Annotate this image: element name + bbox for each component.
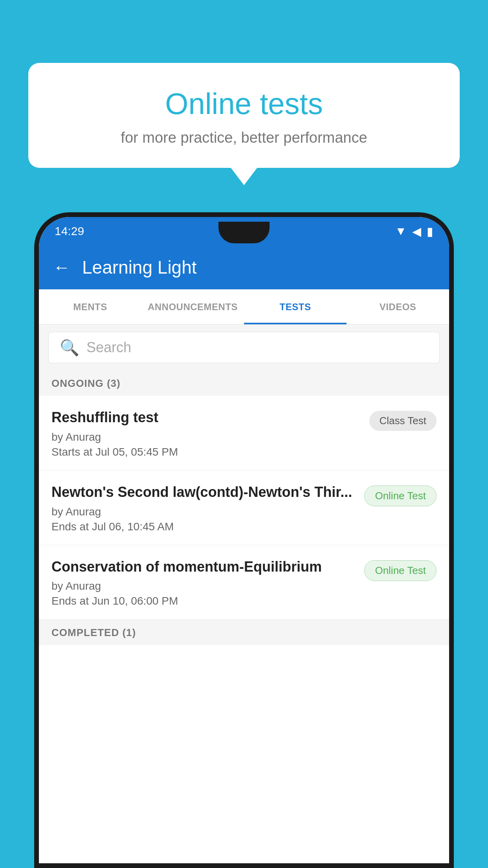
search-container: 🔍 Search [39,325,449,370]
app-bar: ← Learning Light [39,245,449,289]
signal-icon: ◀ [412,224,421,238]
test-time-2: Ends at Jul 06, 10:45 AM [51,520,356,533]
test-info-2: Newton's Second law(contd)-Newton's Thir… [51,483,356,533]
test-item-1[interactable]: Reshuffling test by Anurag Starts at Jul… [39,396,449,471]
search-input[interactable]: Search [86,339,131,356]
test-item-2[interactable]: Newton's Second law(contd)-Newton's Thir… [39,471,449,545]
test-by-2: by Anurag [51,506,356,518]
tabs-bar: MENTS ANNOUNCEMENTS TESTS VIDEOS [39,289,449,325]
test-title-1: Reshuffling test [51,408,361,427]
back-button[interactable]: ← [53,257,70,277]
test-badge-3: Online Test [364,560,437,581]
completed-section-header: COMPLETED (1) [39,620,449,645]
test-by-3: by Anurag [51,580,356,592]
test-info-3: Conservation of momentum-Equilibrium by … [51,558,356,608]
phone-frame: 14:29 ▼ ◀ ▮ ← Learning Light MENTS ANNOU… [34,212,454,868]
test-by-1: by Anurag [51,431,361,443]
test-badge-1: Class Test [369,411,437,431]
test-item-3[interactable]: Conservation of momentum-Equilibrium by … [39,545,449,620]
status-time: 14:29 [55,224,84,238]
test-info-1: Reshuffling test by Anurag Starts at Jul… [51,408,361,458]
tab-announcements[interactable]: ANNOUNCEMENTS [141,289,244,324]
test-time-3: Ends at Jun 10, 06:00 PM [51,595,356,607]
test-title-3: Conservation of momentum-Equilibrium [51,558,356,576]
wifi-icon: ▼ [395,224,407,238]
tab-videos[interactable]: VIDEOS [347,289,449,324]
test-badge-2: Online Test [364,485,437,506]
app-bar-title: Learning Light [82,257,197,278]
search-bar[interactable]: 🔍 Search [48,332,440,363]
bubble-subtitle: for more practice, better performance [48,129,440,146]
battery-icon: ▮ [427,224,433,238]
ongoing-section-header: ONGOING (3) [39,370,449,396]
phone-notch [218,222,270,243]
tab-tests[interactable]: TESTS [244,289,347,324]
test-time-1: Starts at Jul 05, 05:45 PM [51,446,361,458]
test-title-2: Newton's Second law(contd)-Newton's Thir… [51,483,356,502]
phone-inner: 14:29 ▼ ◀ ▮ ← Learning Light MENTS ANNOU… [39,217,449,863]
tab-ments[interactable]: MENTS [39,289,141,324]
bubble-title: Online tests [48,86,440,121]
status-icons: ▼ ◀ ▮ [395,224,433,238]
search-icon: 🔍 [60,338,79,357]
speech-bubble: Online tests for more practice, better p… [28,63,460,168]
